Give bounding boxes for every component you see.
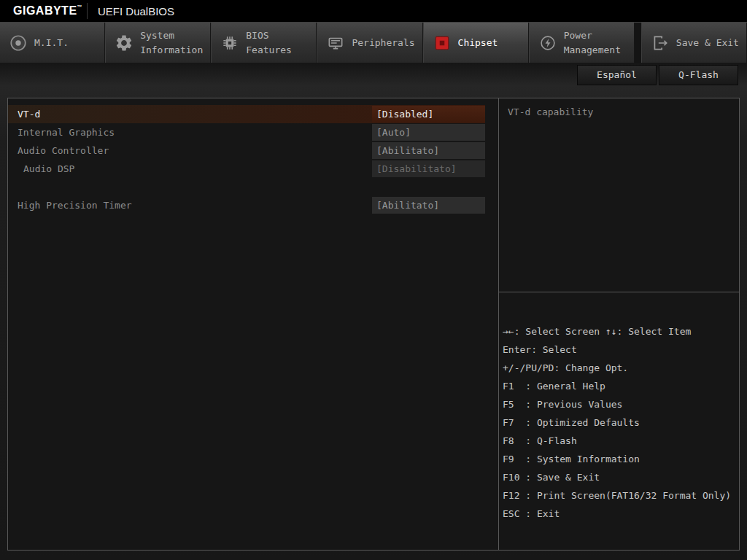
shortcut-list: →←: Select Screen ↑↓: Select Item Enter:… [503, 322, 738, 523]
setting-label: VT-d [18, 109, 40, 120]
tab-chipset[interactable]: Chipset [423, 23, 529, 63]
setting-label: High Precision Timer [18, 200, 132, 211]
setting-row-internal-graphics[interactable]: Internal Graphics [Auto] [8, 123, 498, 141]
setting-value: [Disabilitato] [372, 160, 485, 177]
shortcut-line: F1 : General Help [503, 377, 738, 395]
setting-row-audio-controller[interactable]: Audio Controller [Abilitato] [8, 141, 498, 160]
language-button[interactable]: Español [577, 65, 657, 85]
setting-label: Internal Graphics [18, 127, 115, 138]
firmware-title: UEFI DualBIOS [98, 5, 174, 18]
setting-label: Audio Controller [18, 145, 109, 156]
shortcut-line: F9 : System Information [503, 450, 738, 468]
setting-value[interactable]: [Auto] [372, 124, 485, 141]
row-spacer [8, 178, 498, 196]
setting-row-vtd[interactable]: VT-d [Disabled] [8, 105, 485, 123]
shortcut-line: +/-/PU/PD: Change Opt. [503, 359, 738, 377]
peripherals-icon [326, 34, 345, 52]
shortcut-line: F8 : Q-Flash [503, 432, 738, 450]
tab-save-exit[interactable]: Save & Exit [641, 23, 747, 63]
setting-label: Audio DSP [23, 163, 74, 174]
tab-bios-features[interactable]: BIOS Features [211, 23, 317, 63]
shortcut-line: F12 : Print Screen(FAT16/32 Format Only) [503, 486, 738, 505]
save-exit-icon [651, 34, 670, 52]
power-management-icon [538, 34, 557, 52]
shortcut-line: F7 : Optimized Defaults [503, 413, 738, 432]
shortcut-line: →←: Select Screen ↑↓: Select Item [503, 322, 738, 341]
setting-row-high-precision-timer[interactable]: High Precision Timer [Abilitato] [8, 196, 498, 214]
shortcut-line: ESC : Exit [503, 505, 738, 523]
shortcut-line: F5 : Previous Values [503, 395, 738, 413]
tab-bar: M.I.T. System Information BIOS Features [0, 22, 747, 63]
tab-power-management[interactable]: Power Management [529, 23, 635, 63]
settings-panel: VT-d [Disabled] Internal Graphics [Auto]… [8, 98, 498, 550]
shortcut-line: Enter: Select [503, 341, 738, 359]
setting-value[interactable]: [Abilitato] [372, 197, 485, 214]
help-description: VT-d capability [499, 98, 739, 125]
top-bar: GIGABYTE™ UEFI DualBIOS [0, 0, 747, 22]
bios-screen: GIGABYTE™ UEFI DualBIOS M.I.T. System In… [0, 0, 747, 560]
tab-system-information[interactable]: System Information [105, 23, 211, 63]
topbar-divider [87, 3, 88, 19]
mit-icon [9, 34, 28, 52]
setting-value[interactable]: [Abilitato] [372, 142, 485, 159]
main-panel: VT-d [Disabled] Internal Graphics [Auto]… [7, 98, 740, 551]
gigabyte-logo: GIGABYTE™ [13, 4, 82, 18]
qflash-button[interactable]: Q-Flash [659, 65, 738, 85]
bios-features-chip-icon [220, 34, 239, 52]
tab-mit[interactable]: M.I.T. [0, 23, 105, 63]
tab-peripherals[interactable]: Peripherals [317, 23, 422, 63]
shortcut-line: F10 : Save & Exit [503, 468, 738, 486]
setting-row-audio-dsp: Audio DSP [Disabilitato] [8, 160, 498, 178]
help-divider [499, 292, 739, 292]
help-panel: VT-d capability →←: Select Screen ↑↓: Se… [498, 98, 739, 550]
system-information-gear-icon [115, 34, 133, 52]
chipset-icon [433, 34, 452, 52]
setting-value[interactable]: [Disabled] [372, 106, 485, 122]
trademark-symbol: ™ [77, 4, 83, 9]
